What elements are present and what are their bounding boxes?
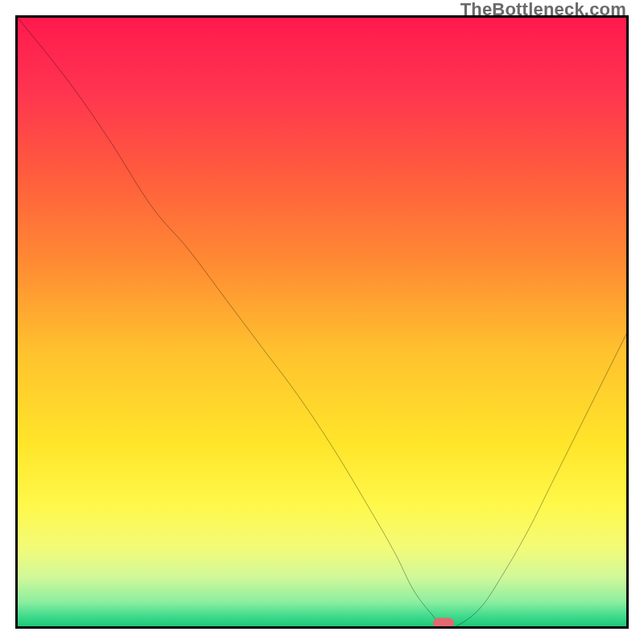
plot-area — [15, 15, 629, 629]
curve-line — [18, 18, 626, 626]
bottleneck-chart: TheBottleneck.com — [0, 0, 644, 644]
optimal-marker — [433, 618, 454, 629]
